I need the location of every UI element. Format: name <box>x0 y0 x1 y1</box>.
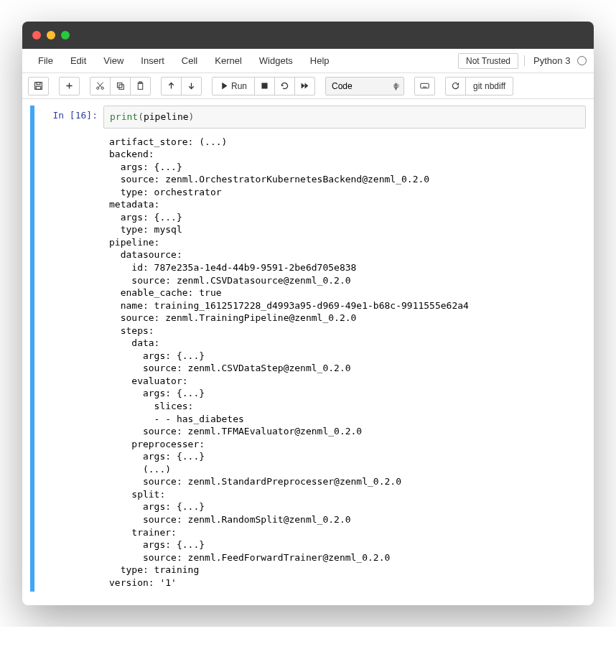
save-button[interactable] <box>28 77 49 95</box>
menu-view[interactable]: View <box>95 51 132 70</box>
plus-icon <box>65 81 74 90</box>
code-input[interactable]: print(pipeline) <box>103 106 586 129</box>
stop-icon <box>260 81 269 90</box>
nbdiff-refresh-button[interactable] <box>445 77 466 95</box>
menu-help[interactable]: Help <box>302 51 338 70</box>
copy-button[interactable] <box>110 77 131 95</box>
window-controls <box>32 31 70 39</box>
code-cell[interactable]: In [16]: print(pipeline) artifact_store:… <box>29 105 587 592</box>
fast-forward-icon <box>300 81 309 90</box>
command-palette-button[interactable] <box>414 77 435 95</box>
interrupt-button[interactable] <box>254 77 275 95</box>
run-label: Run <box>231 81 247 91</box>
menu-file[interactable]: File <box>29 51 62 70</box>
svg-marker-15 <box>222 83 227 90</box>
cut-button[interactable] <box>90 77 111 95</box>
kernel-label: Python 3 <box>533 55 570 66</box>
code-func: print <box>110 111 138 122</box>
titlebar <box>22 22 594 49</box>
arrow-down-icon <box>187 81 196 90</box>
arrow-up-icon <box>167 81 176 90</box>
menu-cell[interactable]: Cell <box>173 51 206 70</box>
cut-icon <box>95 81 105 90</box>
notebook-area[interactable]: In [16]: print(pipeline) artifact_store:… <box>22 99 594 605</box>
code-paren-open: ( <box>138 111 144 122</box>
restart-run-all-button[interactable] <box>294 77 315 95</box>
celltype-select[interactable]: Code ▲▼ <box>325 77 404 95</box>
svg-rect-1 <box>37 83 40 85</box>
input-prompt: In [16]: <box>34 106 103 592</box>
cell-output: artifact_store: (...) backend: args: {..… <box>103 129 586 592</box>
svg-rect-16 <box>261 83 267 88</box>
menubar: File Edit View Insert Cell Kernel Widget… <box>22 49 594 73</box>
play-icon <box>220 81 229 90</box>
kernel-name[interactable]: Python 3 <box>524 55 587 66</box>
svg-rect-19 <box>421 83 429 88</box>
keyboard-icon <box>420 81 429 90</box>
kernel-status-icon <box>577 56 587 65</box>
celltype-value: Code <box>332 81 353 91</box>
svg-rect-9 <box>117 83 122 88</box>
run-button[interactable]: Run <box>212 77 255 95</box>
nbdiff-button[interactable]: git nbdiff <box>465 77 513 95</box>
menu-edit[interactable]: Edit <box>62 51 95 70</box>
save-icon <box>34 81 43 90</box>
svg-rect-10 <box>119 85 124 90</box>
move-down-button[interactable] <box>181 77 202 95</box>
minimize-icon[interactable] <box>47 31 55 39</box>
chevron-updown-icon: ▲▼ <box>393 82 399 90</box>
toolbar: Run Code ▲▼ git nbdiff <box>22 73 594 99</box>
svg-rect-11 <box>138 83 143 89</box>
menu-insert[interactable]: Insert <box>132 51 173 70</box>
restart-icon <box>280 81 289 90</box>
add-cell-button[interactable] <box>59 77 80 95</box>
menu-kernel[interactable]: Kernel <box>206 51 251 70</box>
refresh-icon <box>451 81 460 90</box>
copy-icon <box>116 81 125 90</box>
paste-icon <box>136 81 145 90</box>
code-paren-close: ) <box>189 111 195 122</box>
app-window: File Edit View Insert Cell Kernel Widget… <box>22 22 594 605</box>
paste-button[interactable] <box>130 77 151 95</box>
maximize-icon[interactable] <box>61 31 70 39</box>
trust-button[interactable]: Not Trusted <box>458 53 518 69</box>
menu-widgets[interactable]: Widgets <box>251 51 302 70</box>
close-icon[interactable] <box>32 31 41 39</box>
svg-marker-18 <box>305 83 309 88</box>
svg-rect-2 <box>36 86 41 89</box>
svg-marker-17 <box>302 83 305 88</box>
code-arg: pipeline <box>144 111 189 122</box>
move-up-button[interactable] <box>161 77 182 95</box>
restart-button[interactable] <box>274 77 295 95</box>
